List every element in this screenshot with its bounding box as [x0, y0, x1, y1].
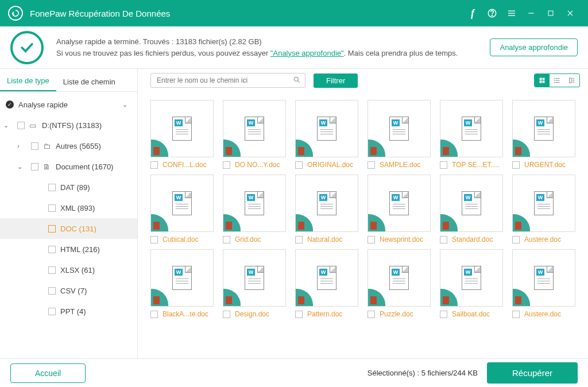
file-item[interactable]: W Natural.doc	[295, 175, 358, 243]
checkbox[interactable]	[48, 308, 56, 315]
checkbox[interactable]	[440, 311, 447, 318]
file-item[interactable]: W BlackA...te.doc	[150, 249, 214, 318]
tree-document[interactable]: ⌄ 🗎 Document (1670)	[0, 156, 137, 177]
file-item[interactable]: W DO NO...Y.doc	[223, 100, 286, 169]
tree-others[interactable]: › 🗀 Autres (5655)	[0, 136, 137, 156]
tab-type-list[interactable]: Liste de type	[0, 71, 56, 91]
deep-scan-link[interactable]: "Analyse approfondie"	[270, 49, 344, 57]
checkbox[interactable]	[48, 266, 56, 274]
checkbox[interactable]	[31, 163, 38, 171]
file-thumbnail[interactable]: W	[440, 100, 503, 157]
file-thumbnail[interactable]: W	[440, 175, 503, 232]
file-thumbnail[interactable]: W	[295, 249, 358, 307]
file-thumbnail[interactable]: W	[512, 175, 575, 232]
file-thumbnail[interactable]: W	[223, 100, 286, 157]
file-thumbnail[interactable]: W	[150, 100, 214, 157]
tree-filetype-item[interactable]: PPT (4)	[0, 301, 137, 322]
checkbox[interactable]	[368, 311, 375, 318]
checkbox[interactable]	[295, 161, 303, 169]
file-name: ORIGINAL.doc	[307, 161, 353, 169]
file-item[interactable]: W Puzzle.doc	[368, 249, 431, 318]
search-input[interactable]	[150, 73, 305, 88]
checkbox[interactable]	[31, 142, 38, 150]
file-thumbnail[interactable]: W	[368, 249, 431, 307]
file-item[interactable]: W CONFI...L.doc	[150, 100, 214, 169]
search-icon[interactable]	[293, 76, 301, 86]
tree-quick-scan[interactable]: ✓ Analyse rapide ⌄	[0, 94, 137, 115]
close-button[interactable]	[560, 0, 580, 26]
file-thumbnail[interactable]: W	[368, 100, 431, 157]
file-thumbnail[interactable]: W	[295, 175, 358, 232]
file-item[interactable]: W Design.doc	[223, 249, 286, 318]
file-thumbnail[interactable]: W	[295, 100, 358, 157]
file-thumbnail[interactable]: W	[223, 175, 286, 232]
file-item[interactable]: W Newsprint.doc	[368, 175, 431, 243]
checkbox[interactable]	[48, 246, 56, 253]
file-item[interactable]: W SAMPLE.doc	[368, 100, 431, 169]
file-item[interactable]: W Sailboat.doc	[440, 249, 503, 318]
file-item[interactable]: W ORIGINAL.doc	[295, 100, 358, 169]
checkbox[interactable]	[223, 311, 230, 318]
file-item[interactable]: W Austere.doc	[512, 249, 575, 318]
checkbox[interactable]	[368, 236, 375, 243]
chevron-down-icon[interactable]: ⌄	[17, 163, 26, 171]
checkbox[interactable]	[48, 287, 56, 295]
checkbox[interactable]	[368, 161, 375, 169]
tree-filetype-item[interactable]: XLSX (61)	[0, 260, 137, 280]
file-item[interactable]: W Pattern.doc	[295, 249, 358, 318]
grid-view-button[interactable]	[535, 74, 550, 87]
detail-view-button[interactable]	[564, 74, 579, 87]
checkbox[interactable]	[295, 236, 303, 243]
chevron-right-icon[interactable]: ›	[17, 142, 26, 149]
checkbox[interactable]	[223, 161, 230, 169]
checkbox[interactable]	[223, 236, 230, 243]
checkbox[interactable]	[512, 161, 520, 169]
filter-button[interactable]: Filtrer	[314, 73, 358, 88]
file-thumbnail[interactable]: W	[223, 249, 286, 307]
menu-icon[interactable]	[502, 0, 521, 26]
tree-drive[interactable]: ⌄ ▭ D:(NTFS) (13183)	[0, 115, 137, 136]
help-icon[interactable]	[482, 0, 502, 26]
chevron-down-icon[interactable]: ⌄	[122, 101, 131, 109]
file-thumbnail[interactable]: W	[512, 100, 575, 157]
checkbox[interactable]	[48, 204, 56, 212]
checkbox[interactable]	[512, 236, 520, 243]
facebook-icon[interactable]: f	[463, 0, 482, 26]
recover-button[interactable]: Récupérer	[487, 362, 578, 384]
maximize-button[interactable]	[541, 0, 560, 26]
checkbox[interactable]	[295, 311, 303, 318]
file-thumbnail[interactable]: W	[440, 249, 503, 307]
checkbox[interactable]	[48, 225, 56, 233]
checkbox[interactable]	[150, 161, 158, 169]
chevron-down-icon[interactable]: ⌄	[3, 122, 13, 129]
file-thumbnail[interactable]: W	[150, 249, 214, 307]
checkbox[interactable]	[440, 161, 447, 169]
file-item[interactable]: W Standard.doc	[440, 175, 503, 243]
file-thumbnail[interactable]: W	[512, 249, 575, 307]
file-item[interactable]: W URGENT.doc	[512, 100, 575, 169]
checkbox[interactable]	[48, 184, 56, 191]
checkbox[interactable]	[440, 236, 447, 243]
deep-scan-button[interactable]: Analyse approfondie	[490, 38, 578, 56]
tree-filetype-item[interactable]: HTML (216)	[0, 239, 137, 260]
list-view-button[interactable]	[550, 74, 564, 87]
file-item[interactable]: W Cubical.doc	[150, 175, 214, 243]
footer: Accueil Sélectionné(s) : 5 fichiers/244 …	[0, 358, 588, 387]
checkbox[interactable]	[150, 311, 158, 318]
minimize-button[interactable]	[521, 0, 541, 26]
tab-path-list[interactable]: Liste de chemin	[56, 72, 122, 91]
tree-filetype-item[interactable]: DAT (89)	[0, 177, 137, 198]
home-button[interactable]: Accueil	[10, 363, 86, 383]
search-box	[150, 73, 305, 88]
tree-filetype-item[interactable]: DOC (131)	[0, 218, 137, 239]
tree-filetype-item[interactable]: CSV (7)	[0, 280, 137, 301]
file-item[interactable]: W Austere.doc	[512, 175, 575, 243]
checkbox[interactable]	[150, 236, 158, 243]
file-item[interactable]: W Grid.doc	[223, 175, 286, 243]
file-thumbnail[interactable]: W	[368, 175, 431, 232]
checkbox[interactable]	[17, 122, 25, 129]
tree-filetype-item[interactable]: XML (893)	[0, 198, 137, 218]
checkbox[interactable]	[512, 311, 520, 318]
file-thumbnail[interactable]: W	[150, 175, 214, 232]
file-item[interactable]: W TOP SE...ET.doc	[440, 100, 503, 169]
